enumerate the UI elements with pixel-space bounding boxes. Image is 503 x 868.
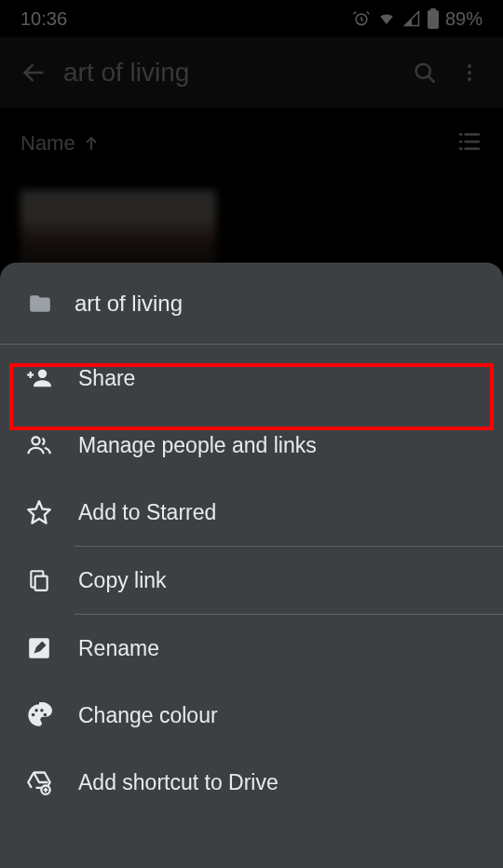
clock: 10:36 <box>20 8 67 30</box>
bottom-sheet: art of living Share Manage people and li… <box>0 263 503 868</box>
share-label: Share <box>78 366 135 391</box>
sheet-folder-name: art of living <box>75 291 183 317</box>
svg-marker-20 <box>28 501 49 522</box>
search-button[interactable] <box>402 50 447 95</box>
svg-rect-18 <box>30 372 32 378</box>
manage-people-label: Manage people and links <box>78 433 317 458</box>
page-title: art of living <box>56 58 402 88</box>
battery-percent: 89% <box>445 8 483 30</box>
svg-point-8 <box>468 77 471 81</box>
people-icon <box>26 432 52 458</box>
copy-icon <box>27 567 51 593</box>
change-colour-item[interactable]: Change colour <box>0 682 503 749</box>
content-area: Name <box>0 108 503 276</box>
add-starred-item[interactable]: Add to Starred <box>0 479 503 546</box>
add-shortcut-item[interactable]: Add shortcut to Drive <box>0 749 503 816</box>
manage-people-item[interactable]: Manage people and links <box>0 412 503 479</box>
view-toggle[interactable] <box>456 131 483 156</box>
more-vert-icon <box>458 61 481 84</box>
change-colour-label: Change colour <box>78 703 218 728</box>
list-view-icon <box>456 131 483 152</box>
svg-point-25 <box>40 709 43 712</box>
svg-rect-2 <box>430 8 436 11</box>
svg-rect-1 <box>428 10 439 29</box>
svg-line-5 <box>428 76 434 82</box>
sort-button[interactable]: Name <box>20 131 100 156</box>
svg-point-23 <box>32 713 35 717</box>
wifi-icon <box>376 10 397 27</box>
add-shortcut-label: Add shortcut to Drive <box>78 770 279 795</box>
svg-point-4 <box>416 64 430 78</box>
share-item[interactable]: Share <box>0 345 503 412</box>
alarm-icon <box>352 9 371 28</box>
svg-point-7 <box>468 71 471 75</box>
folder-icon <box>26 292 54 316</box>
svg-point-16 <box>38 370 47 378</box>
drive-add-icon <box>26 769 52 795</box>
signal-icon <box>402 10 421 27</box>
svg-rect-21 <box>35 576 48 590</box>
rename-label: Rename <box>78 636 159 661</box>
arrow-back-icon <box>20 60 47 86</box>
rename-icon <box>27 636 51 660</box>
palette-icon <box>26 702 52 728</box>
search-icon <box>412 60 438 86</box>
svg-point-24 <box>34 709 38 712</box>
copy-link-item[interactable]: Copy link <box>0 547 503 614</box>
person-add-icon <box>26 365 52 391</box>
status-bar: 10:36 89% <box>0 0 503 37</box>
copy-link-label: Copy link <box>78 568 167 593</box>
svg-point-19 <box>32 437 39 444</box>
sheet-header: art of living <box>0 263 503 345</box>
svg-point-6 <box>468 64 471 68</box>
star-icon <box>26 499 52 525</box>
app-bar: art of living <box>0 37 503 108</box>
svg-point-26 <box>44 713 48 717</box>
rename-item[interactable]: Rename <box>0 615 503 682</box>
more-button[interactable] <box>447 50 492 95</box>
add-starred-label: Add to Starred <box>78 500 216 525</box>
status-indicators: 89% <box>352 8 483 30</box>
arrow-up-icon <box>83 135 100 152</box>
back-button[interactable] <box>11 50 56 95</box>
battery-icon <box>427 8 440 29</box>
sort-label: Name <box>20 131 75 156</box>
